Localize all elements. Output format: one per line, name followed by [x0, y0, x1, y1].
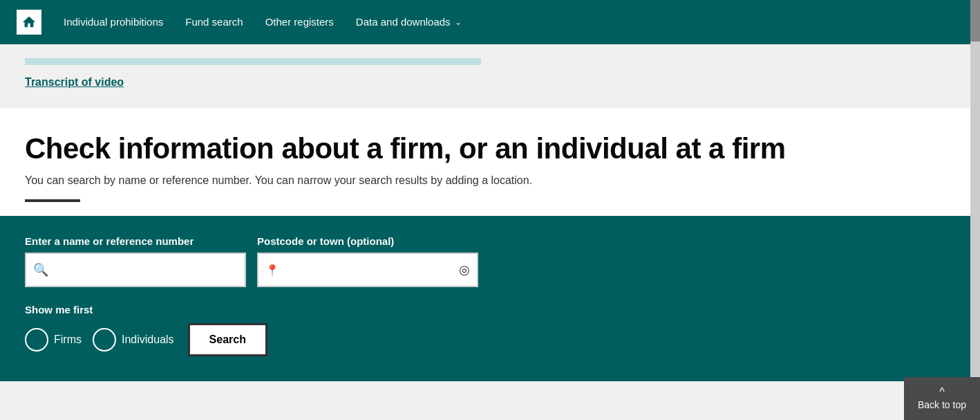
back-to-top[interactable]: ^ Back to top	[904, 377, 980, 420]
radio-firms-circle[interactable]	[25, 328, 48, 351]
postcode-input-wrapper: 📍 ◎	[257, 253, 478, 287]
home-icon[interactable]	[17, 10, 41, 35]
title-underline	[25, 199, 80, 202]
radio-firms[interactable]: Firms	[25, 328, 82, 351]
show-me-first-row: Firms Individuals Search	[25, 323, 955, 356]
search-button-label: Search	[209, 334, 246, 346]
nav-item-other-registers[interactable]: Other registers	[265, 16, 334, 28]
postcode-field-label: Postcode or town (optional)	[257, 235, 478, 247]
name-input-wrapper: 🔍	[25, 253, 246, 287]
name-input[interactable]	[25, 253, 246, 287]
name-field-label: Enter a name or reference number	[25, 235, 246, 247]
search-button[interactable]: Search	[188, 323, 267, 356]
radio-individuals-label: Individuals	[122, 334, 174, 346]
transcript-bar	[25, 58, 481, 65]
nav-item-fund-search[interactable]: Fund search	[185, 16, 243, 28]
main-content: Check information about a firm, or an in…	[0, 108, 980, 216]
scrollbar[interactable]	[970, 0, 980, 420]
nav-links: Individual prohibitions Fund search Othe…	[64, 16, 462, 28]
nav-link-data-downloads[interactable]: Data and downloads ⌄	[356, 16, 462, 28]
chevron-down-icon: ⌄	[455, 17, 462, 27]
transcript-section: Transcript of video	[0, 44, 980, 108]
nav-item-individual-prohibitions[interactable]: Individual prohibitions	[64, 16, 163, 28]
transcript-link[interactable]: Transcript of video	[25, 76, 124, 88]
page-subtitle: You can search by name or reference numb…	[25, 174, 955, 187]
nav-link-fund-search[interactable]: Fund search	[185, 16, 243, 28]
postcode-input[interactable]	[257, 253, 478, 287]
page-title: Check information about a firm, or an in…	[25, 133, 955, 165]
radio-individuals-circle[interactable]	[93, 328, 116, 351]
radio-firms-label: Firms	[54, 334, 82, 346]
search-section: Enter a name or reference number 🔍 Postc…	[0, 216, 980, 381]
scrollbar-thumb[interactable]	[970, 0, 980, 42]
search-fields: Enter a name or reference number 🔍 Postc…	[25, 235, 955, 287]
name-field-group: Enter a name or reference number 🔍	[25, 235, 246, 287]
chevron-up-icon: ^	[939, 387, 945, 398]
show-me-first-label: Show me first	[25, 304, 93, 316]
show-me-first-section: Show me first Firms Individuals Search	[25, 304, 955, 356]
nav-link-other-registers[interactable]: Other registers	[265, 16, 334, 28]
back-to-top-label: Back to top	[918, 399, 966, 410]
navbar: Individual prohibitions Fund search Othe…	[0, 0, 980, 44]
nav-link-individual-prohibitions[interactable]: Individual prohibitions	[64, 16, 163, 28]
nav-item-data-downloads[interactable]: Data and downloads ⌄	[356, 16, 462, 28]
postcode-field-group: Postcode or town (optional) 📍 ◎	[257, 235, 478, 287]
radio-individuals[interactable]: Individuals	[93, 328, 174, 351]
